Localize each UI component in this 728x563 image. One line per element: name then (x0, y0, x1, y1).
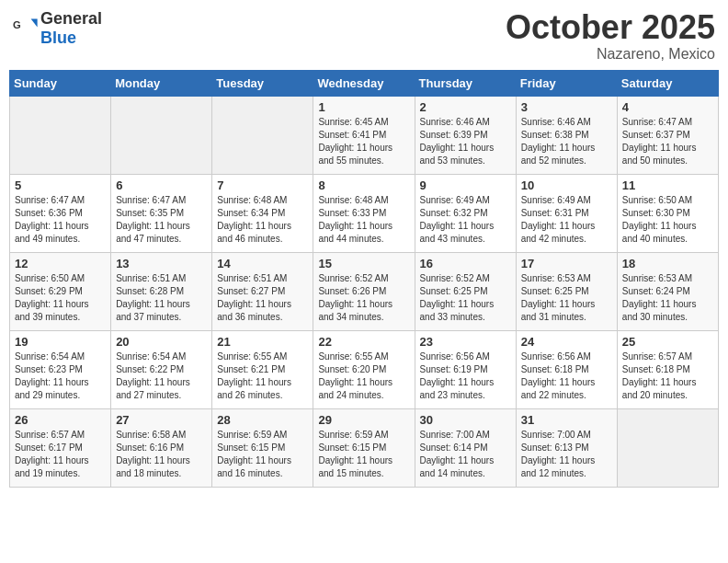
logo-blue-text: Blue (40, 29, 76, 47)
logo-icon: G (13, 16, 39, 41)
calendar-cell: 13Sunrise: 6:51 AM Sunset: 6:28 PM Dayli… (111, 252, 212, 330)
location: Nazareno, Mexico (506, 46, 715, 63)
cell-info: Sunrise: 6:48 AM Sunset: 6:34 PM Dayligh… (217, 194, 308, 246)
cell-info: Sunrise: 6:47 AM Sunset: 6:36 PM Dayligh… (15, 194, 106, 246)
day-number: 31 (521, 413, 612, 427)
cell-info: Sunrise: 6:45 AM Sunset: 6:41 PM Dayligh… (318, 116, 409, 167)
calendar-cell: 8Sunrise: 6:48 AM Sunset: 6:33 PM Daylig… (313, 174, 415, 252)
calendar-week-row: 5Sunrise: 6:47 AM Sunset: 6:36 PM Daylig… (10, 174, 719, 252)
day-number: 11 (622, 178, 713, 192)
cell-info: Sunrise: 6:48 AM Sunset: 6:33 PM Dayligh… (318, 194, 409, 246)
day-number: 2 (420, 100, 511, 114)
day-number: 8 (318, 178, 409, 192)
cell-info: Sunrise: 6:50 AM Sunset: 6:30 PM Dayligh… (622, 194, 713, 246)
logo-general-text: General (40, 9, 102, 28)
calendar-cell: 14Sunrise: 6:51 AM Sunset: 6:27 PM Dayli… (212, 252, 313, 330)
calendar-cell: 18Sunrise: 6:53 AM Sunset: 6:24 PM Dayli… (617, 252, 718, 330)
day-number: 14 (217, 257, 308, 270)
title-block: October 2025 Nazareno, Mexico (506, 9, 715, 63)
weekday-header: Tuesday (212, 70, 313, 96)
day-number: 28 (217, 413, 308, 427)
cell-info: Sunrise: 6:57 AM Sunset: 6:18 PM Dayligh… (622, 350, 713, 402)
day-number: 16 (420, 257, 511, 270)
day-number: 15 (318, 257, 409, 270)
cell-info: Sunrise: 6:49 AM Sunset: 6:32 PM Dayligh… (420, 194, 511, 246)
day-number: 5 (15, 178, 106, 192)
calendar-cell: 25Sunrise: 6:57 AM Sunset: 6:18 PM Dayli… (617, 330, 718, 408)
calendar-cell: 1Sunrise: 6:45 AM Sunset: 6:41 PM Daylig… (313, 96, 415, 174)
weekday-header: Sunday (10, 70, 111, 96)
weekday-header: Friday (516, 70, 617, 96)
cell-info: Sunrise: 6:53 AM Sunset: 6:25 PM Dayligh… (521, 272, 612, 324)
calendar-week-row: 19Sunrise: 6:54 AM Sunset: 6:23 PM Dayli… (10, 330, 719, 408)
calendar-cell: 7Sunrise: 6:48 AM Sunset: 6:34 PM Daylig… (212, 174, 313, 252)
cell-info: Sunrise: 6:55 AM Sunset: 6:20 PM Dayligh… (318, 350, 409, 402)
calendar-cell: 31Sunrise: 7:00 AM Sunset: 6:13 PM Dayli… (516, 408, 617, 487)
calendar-cell: 10Sunrise: 6:49 AM Sunset: 6:31 PM Dayli… (516, 174, 617, 252)
calendar-cell: 27Sunrise: 6:58 AM Sunset: 6:16 PM Dayli… (111, 408, 212, 487)
cell-info: Sunrise: 6:46 AM Sunset: 6:39 PM Dayligh… (420, 116, 511, 167)
cell-info: Sunrise: 6:59 AM Sunset: 6:15 PM Dayligh… (217, 429, 308, 480)
day-number: 29 (318, 413, 409, 427)
logo: G General Blue (13, 9, 102, 48)
day-number: 24 (521, 335, 612, 349)
svg-marker-1 (31, 19, 38, 28)
day-number: 7 (217, 178, 308, 192)
calendar-cell: 28Sunrise: 6:59 AM Sunset: 6:15 PM Dayli… (212, 408, 313, 487)
day-number: 22 (318, 335, 409, 349)
calendar-cell (212, 96, 313, 174)
calendar-cell: 9Sunrise: 6:49 AM Sunset: 6:32 PM Daylig… (415, 174, 516, 252)
cell-info: Sunrise: 6:57 AM Sunset: 6:17 PM Dayligh… (15, 429, 106, 480)
cell-info: Sunrise: 6:52 AM Sunset: 6:26 PM Dayligh… (318, 272, 409, 324)
day-number: 17 (521, 257, 612, 270)
day-number: 27 (116, 413, 207, 427)
cell-info: Sunrise: 6:58 AM Sunset: 6:16 PM Dayligh… (116, 429, 207, 480)
page-header: G General Blue October 2025 Nazareno, Me… (9, 9, 719, 63)
cell-info: Sunrise: 6:56 AM Sunset: 6:18 PM Dayligh… (521, 350, 612, 402)
day-number: 9 (420, 178, 511, 192)
day-number: 4 (622, 100, 713, 114)
cell-info: Sunrise: 6:56 AM Sunset: 6:19 PM Dayligh… (420, 350, 511, 402)
cell-info: Sunrise: 6:47 AM Sunset: 6:37 PM Dayligh… (622, 116, 713, 167)
day-number: 1 (318, 100, 409, 114)
day-number: 20 (116, 335, 207, 349)
day-number: 10 (521, 178, 612, 192)
cell-info: Sunrise: 6:59 AM Sunset: 6:15 PM Dayligh… (318, 429, 409, 480)
calendar-cell: 30Sunrise: 7:00 AM Sunset: 6:14 PM Dayli… (415, 408, 516, 487)
calendar-cell: 3Sunrise: 6:46 AM Sunset: 6:38 PM Daylig… (516, 96, 617, 174)
calendar-cell: 11Sunrise: 6:50 AM Sunset: 6:30 PM Dayli… (617, 174, 718, 252)
day-number: 6 (116, 178, 207, 192)
calendar-cell: 21Sunrise: 6:55 AM Sunset: 6:21 PM Dayli… (212, 330, 313, 408)
day-number: 26 (15, 413, 106, 427)
calendar-cell: 26Sunrise: 6:57 AM Sunset: 6:17 PM Dayli… (10, 408, 111, 487)
calendar-cell: 6Sunrise: 6:47 AM Sunset: 6:35 PM Daylig… (111, 174, 212, 252)
calendar-cell: 16Sunrise: 6:52 AM Sunset: 6:25 PM Dayli… (415, 252, 516, 330)
month-title: October 2025 (506, 9, 715, 46)
day-number: 21 (217, 335, 308, 349)
calendar-cell: 29Sunrise: 6:59 AM Sunset: 6:15 PM Dayli… (313, 408, 415, 487)
cell-info: Sunrise: 6:51 AM Sunset: 6:27 PM Dayligh… (217, 272, 308, 324)
weekday-header: Wednesday (313, 70, 415, 96)
calendar-week-row: 26Sunrise: 6:57 AM Sunset: 6:17 PM Dayli… (10, 408, 719, 487)
calendar-cell: 24Sunrise: 6:56 AM Sunset: 6:18 PM Dayli… (516, 330, 617, 408)
cell-info: Sunrise: 6:50 AM Sunset: 6:29 PM Dayligh… (15, 272, 106, 324)
calendar-cell (10, 96, 111, 174)
weekday-header-row: SundayMondayTuesdayWednesdayThursdayFrid… (10, 70, 719, 96)
cell-info: Sunrise: 6:47 AM Sunset: 6:35 PM Dayligh… (116, 194, 207, 246)
cell-info: Sunrise: 6:49 AM Sunset: 6:31 PM Dayligh… (521, 194, 612, 246)
cell-info: Sunrise: 6:51 AM Sunset: 6:28 PM Dayligh… (116, 272, 207, 324)
svg-text:G: G (13, 19, 21, 30)
cell-info: Sunrise: 6:52 AM Sunset: 6:25 PM Dayligh… (420, 272, 511, 324)
calendar-cell: 5Sunrise: 6:47 AM Sunset: 6:36 PM Daylig… (10, 174, 111, 252)
day-number: 18 (622, 257, 713, 270)
weekday-header: Monday (111, 70, 212, 96)
calendar-cell: 23Sunrise: 6:56 AM Sunset: 6:19 PM Dayli… (415, 330, 516, 408)
day-number: 3 (521, 100, 612, 114)
cell-info: Sunrise: 7:00 AM Sunset: 6:13 PM Dayligh… (521, 429, 612, 480)
calendar-cell (617, 408, 718, 487)
calendar-cell: 12Sunrise: 6:50 AM Sunset: 6:29 PM Dayli… (10, 252, 111, 330)
calendar-cell: 20Sunrise: 6:54 AM Sunset: 6:22 PM Dayli… (111, 330, 212, 408)
calendar-table: SundayMondayTuesdayWednesdayThursdayFrid… (9, 70, 719, 488)
cell-info: Sunrise: 6:55 AM Sunset: 6:21 PM Dayligh… (217, 350, 308, 402)
cell-info: Sunrise: 6:46 AM Sunset: 6:38 PM Dayligh… (521, 116, 612, 167)
